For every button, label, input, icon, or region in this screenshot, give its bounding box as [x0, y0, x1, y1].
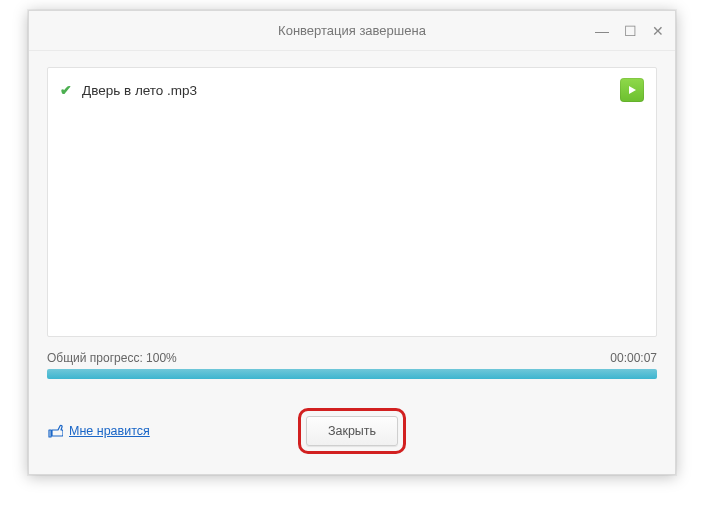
window-controls: — ☐ ✕ — [593, 11, 667, 51]
close-button-highlight: Закрыть — [298, 408, 406, 454]
window-title: Конвертация завершена — [278, 23, 426, 38]
file-name-label: Дверь в лето .mp3 — [82, 83, 610, 98]
dialog-window: Конвертация завершена — ☐ ✕ ✔ Дверь в ле… — [28, 10, 676, 475]
file-list-panel: ✔ Дверь в лето .mp3 — [47, 67, 657, 337]
play-button[interactable] — [620, 78, 644, 102]
progress-bar — [47, 369, 657, 379]
checkmark-icon: ✔ — [60, 82, 72, 98]
maximize-button[interactable]: ☐ — [621, 23, 639, 39]
progress-label: Общий прогресс: — [47, 351, 143, 365]
close-button[interactable]: Закрыть — [306, 416, 398, 446]
progress-label-wrap: Общий прогресс: 100% — [47, 351, 177, 365]
like-wrap: Мне нравится — [47, 423, 150, 439]
titlebar: Конвертация завершена — ☐ ✕ — [29, 11, 675, 51]
content-area: ✔ Дверь в лето .mp3 Общий прогресс: 100%… — [29, 51, 675, 474]
like-link[interactable]: Мне нравится — [69, 424, 150, 438]
footer-row: Мне нравится Закрыть — [47, 407, 657, 455]
play-icon — [627, 85, 637, 95]
minimize-button[interactable]: — — [593, 23, 611, 39]
close-window-button[interactable]: ✕ — [649, 23, 667, 39]
file-row: ✔ Дверь в лето .mp3 — [60, 78, 644, 102]
thumb-up-icon — [47, 423, 63, 439]
progress-info-row: Общий прогресс: 100% 00:00:07 — [47, 351, 657, 365]
elapsed-time: 00:00:07 — [610, 351, 657, 365]
progress-value: 100% — [146, 351, 177, 365]
svg-marker-0 — [629, 86, 636, 94]
